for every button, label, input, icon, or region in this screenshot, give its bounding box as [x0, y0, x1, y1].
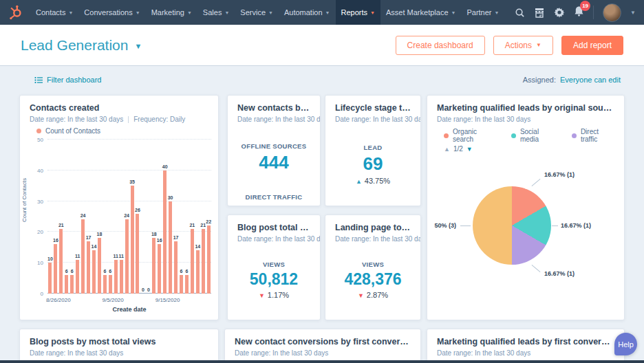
- nav-divider: [593, 6, 594, 19]
- filter-dashboard-link[interactable]: Filter dashboard: [34, 76, 102, 84]
- add-report-button[interactable]: Add report: [561, 36, 623, 55]
- assigned-control: Assigned: Everyone can edit: [523, 76, 621, 84]
- assigned-value-link[interactable]: Everyone can edit: [560, 76, 621, 84]
- pie-slice-label: 16.67% (1): [561, 222, 591, 229]
- nav-item-label: Contacts: [36, 8, 65, 16]
- card-lifecycle-stage-totals: Lifecycle stage totals Date range: In th…: [325, 95, 421, 206]
- pie-chart[interactable]: [473, 186, 551, 265]
- filter-bar: Filter dashboard Assigned: Everyone can …: [34, 74, 621, 85]
- legend-item-direct-traffic[interactable]: Direct traffic: [572, 128, 614, 143]
- legend-dot: [572, 133, 577, 138]
- card-date-range: Date range: In the last 30 days: [437, 116, 530, 123]
- chevron-down-icon: ▼: [68, 10, 73, 15]
- nav-item-asset-marketplace[interactable]: Asset Marketplace▼: [380, 0, 461, 25]
- chevron-down-icon: ▼: [536, 42, 541, 48]
- dashboard-title-dropdown[interactable]: Lead Generation ▼: [21, 37, 142, 54]
- card-date-range: Date range: In the last 30 days: [237, 116, 321, 123]
- chevron-down-icon: ▼: [451, 10, 456, 15]
- header-actions: Create dashboard Actions▼ Add report: [396, 36, 623, 55]
- nav-item-automation[interactable]: Automation▼: [279, 0, 336, 25]
- account-chevron-down-icon[interactable]: ▼: [630, 10, 636, 16]
- nav-item-sales[interactable]: Sales▼: [197, 0, 235, 25]
- notification-count-badge: 19: [580, 1, 590, 11]
- pie-callout-line: [552, 226, 558, 226]
- kpi-delta: ▼2.87%: [325, 291, 420, 299]
- window-bottom-edge: [0, 360, 644, 363]
- chevron-down-icon: ▼: [136, 10, 140, 15]
- legend-label: Social media: [520, 128, 557, 143]
- card-title: Blog posts by most total views: [30, 337, 208, 346]
- delta-value: 2.87%: [367, 291, 388, 299]
- card-mql-by-first-conversion: Marketing qualified leads by first conve…: [427, 329, 625, 363]
- legend-label: Direct traffic: [581, 128, 614, 143]
- page-header: Lead Generation ▼ Create dashboard Actio…: [0, 25, 644, 66]
- button-label: Create dashboard: [407, 41, 473, 50]
- filter-dashboard-label: Filter dashboard: [47, 76, 102, 84]
- card-new-contact-conversions: New contact conversions by first convers…: [224, 329, 421, 363]
- hubspot-logo-icon[interactable]: [7, 3, 25, 21]
- kpi-value: 50,812: [228, 270, 320, 289]
- chart-legend: Count of Contacts: [36, 127, 208, 135]
- card-new-contacts-by-source: New contacts by source Date range: In th…: [227, 95, 321, 206]
- kpi-delta: ▼1.17%: [228, 291, 320, 299]
- nav-item-label: Marketing: [151, 8, 184, 16]
- card-title: New contact conversions by first convers…: [235, 337, 411, 346]
- card-mql-by-original-source: Marketing qualified leads by original so…: [427, 95, 625, 320]
- card-title: Contacts created: [30, 103, 208, 113]
- card-title: Blog post total views a...: [237, 223, 310, 232]
- chevron-down-icon: ▼: [325, 10, 330, 15]
- legend-page-up-icon[interactable]: ▲: [444, 146, 450, 153]
- kpi-value: 428,376: [325, 270, 420, 289]
- legend-dot: [511, 133, 516, 138]
- x-axis-title: Create date: [47, 306, 211, 313]
- card-frequency: Frequency: Daily: [133, 116, 185, 123]
- kpi-label: LEAD: [325, 144, 420, 151]
- assigned-label: Assigned:: [523, 76, 556, 84]
- legend-page-down-icon[interactable]: ▼: [466, 146, 473, 153]
- nav-item-label: Asset Marketplace: [386, 8, 448, 16]
- actions-button[interactable]: Actions▼: [493, 36, 553, 55]
- kpi-value: 69: [325, 153, 420, 175]
- legend-label: Organic search: [453, 128, 496, 143]
- kpi-label: VIEWS: [325, 261, 420, 268]
- card-title: Marketing qualified leads by original so…: [437, 103, 614, 113]
- nav-item-reports[interactable]: Reports▼: [336, 0, 380, 25]
- dashboard-body: Filter dashboard Assigned: Everyone can …: [0, 66, 644, 363]
- legend-item-organic-search[interactable]: Organic search: [444, 128, 496, 143]
- kpi-label: OFFLINE SOURCES: [228, 142, 320, 150]
- delta-up-icon: ▲: [356, 178, 362, 185]
- kpi-label: DIRECT TRAFFIC: [228, 193, 320, 201]
- nav-item-conversations[interactable]: Conversations▼: [78, 0, 145, 25]
- delta-down-icon: ▼: [259, 292, 265, 299]
- marketplace-icon[interactable]: [534, 7, 545, 18]
- chevron-down-icon: ▼: [495, 10, 500, 15]
- pie-slice-label: 16.67% (1): [544, 270, 575, 277]
- nav-item-contacts[interactable]: Contacts▼: [30, 0, 78, 25]
- filter-icon: [34, 76, 43, 84]
- search-icon[interactable]: [514, 7, 525, 18]
- legend-page-indicator: 1/2: [453, 145, 463, 153]
- create-dashboard-button[interactable]: Create dashboard: [396, 36, 485, 55]
- settings-gear-icon[interactable]: [554, 7, 565, 18]
- nav-item-partner[interactable]: Partner▼: [461, 0, 504, 25]
- help-button[interactable]: Help: [614, 333, 637, 355]
- legend-dot: [444, 133, 449, 138]
- card-blog-post-total-views: Blog post total views a... Date range: I…: [227, 214, 321, 320]
- legend-pagination: ▲ 1/2 ▼: [444, 145, 614, 153]
- card-date-range: Date range: In the last 30 days: [30, 349, 123, 357]
- card-date-range: Date range: In the last 30 days: [335, 235, 421, 243]
- y-axis-title: Count of Contacts: [21, 178, 28, 222]
- notifications-bell-icon[interactable]: 19: [574, 6, 584, 19]
- card-blog-posts-by-most-total-views: Blog posts by most total views Date rang…: [19, 329, 219, 363]
- legend-item-social-media[interactable]: Social media: [511, 128, 557, 143]
- nav-item-label: Reports: [341, 8, 368, 16]
- card-title: Landing page total vie...: [335, 223, 411, 232]
- nav-item-service[interactable]: Service▼: [235, 0, 279, 25]
- card-contacts-created: Contacts created Date range: In the last…: [19, 95, 219, 320]
- card-title: Lifecycle stage totals: [335, 103, 411, 113]
- chevron-down-icon: ▼: [370, 10, 375, 15]
- bar-series[interactable]: 1016216611241714186611112435260018164030…: [47, 140, 211, 294]
- user-avatar[interactable]: [603, 3, 621, 22]
- pie-callout-line: [532, 179, 541, 186]
- nav-item-marketing[interactable]: Marketing▼: [146, 0, 197, 25]
